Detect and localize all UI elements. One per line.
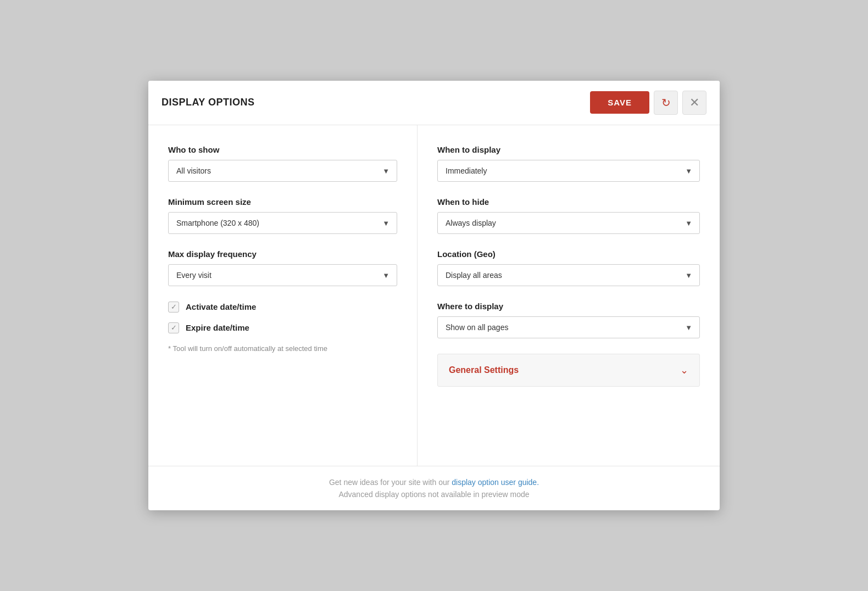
where-to-display-select-wrapper: Show on all pagesSpecific pagesExclude p… xyxy=(437,316,700,338)
close-icon: ✕ xyxy=(689,96,699,110)
max-display-freq-label: Max display frequency xyxy=(168,249,397,259)
expire-datetime-label: Expire date/time xyxy=(186,323,249,332)
when-to-display-label: When to display xyxy=(437,145,700,154)
location-geo-label: Location (Geo) xyxy=(437,249,700,259)
who-to-show-group: Who to show All visitorsNew visitorsRetu… xyxy=(168,145,397,182)
general-settings-chevron-icon: ⌄ xyxy=(680,364,688,376)
right-panel-content: When to display ImmediatelyAfter 5 secon… xyxy=(437,145,700,387)
footer-text-line2: Advanced display options not available i… xyxy=(162,488,706,500)
max-display-freq-select-wrapper: Every visitOnce per sessionOnce per dayO… xyxy=(168,264,397,286)
general-settings-bar[interactable]: General Settings ⌄ xyxy=(437,354,700,387)
when-to-hide-label: When to hide xyxy=(437,197,700,207)
when-to-display-group: When to display ImmediatelyAfter 5 secon… xyxy=(437,145,700,182)
min-screen-size-select-wrapper: Smartphone (320 x 480)Tablet (768 x 1024… xyxy=(168,212,397,234)
activate-datetime-checkmark: ✓ xyxy=(171,303,177,310)
expire-datetime-checkmark: ✓ xyxy=(171,324,177,331)
who-to-show-select-wrapper: All visitorsNew visitorsReturning visito… xyxy=(168,160,397,182)
close-button[interactable]: ✕ xyxy=(682,91,706,115)
location-geo-select[interactable]: Display all areasSpecific countriesSpeci… xyxy=(437,264,700,286)
min-screen-size-select[interactable]: Smartphone (320 x 480)Tablet (768 x 1024… xyxy=(168,212,397,234)
min-screen-size-group: Minimum screen size Smartphone (320 x 48… xyxy=(168,197,397,234)
when-to-display-select[interactable]: ImmediatelyAfter 5 secondsAfter 10 secon… xyxy=(437,160,700,182)
where-to-display-label: Where to display xyxy=(437,302,700,311)
who-to-show-label: Who to show xyxy=(168,145,397,154)
when-to-display-select-wrapper: ImmediatelyAfter 5 secondsAfter 10 secon… xyxy=(437,160,700,182)
max-display-freq-select[interactable]: Every visitOnce per sessionOnce per dayO… xyxy=(168,264,397,286)
location-geo-group: Location (Geo) Display all areasSpecific… xyxy=(437,249,700,286)
right-panel: When to display ImmediatelyAfter 5 secon… xyxy=(418,125,720,466)
when-to-hide-select-wrapper: Always displayAfter 5 secondsOn clickOn … xyxy=(437,212,700,234)
where-to-display-select[interactable]: Show on all pagesSpecific pagesExclude p… xyxy=(437,316,700,338)
who-to-show-select[interactable]: All visitorsNew visitorsReturning visito… xyxy=(168,160,397,182)
when-to-hide-select[interactable]: Always displayAfter 5 secondsOn clickOn … xyxy=(437,212,700,234)
min-screen-size-label: Minimum screen size xyxy=(168,197,397,207)
when-to-hide-group: When to hide Always displayAfter 5 secon… xyxy=(437,197,700,234)
location-geo-select-wrapper: Display all areasSpecific countriesSpeci… xyxy=(437,264,700,286)
general-settings-label: General Settings xyxy=(449,365,519,375)
refresh-icon: ↻ xyxy=(661,96,671,109)
refresh-button[interactable]: ↻ xyxy=(654,91,678,115)
display-options-modal: DISPLAY OPTIONS SAVE ↻ ✕ Who to show All… xyxy=(148,81,720,511)
activate-datetime-label: Activate date/time xyxy=(186,302,256,311)
header-actions: SAVE ↻ ✕ xyxy=(590,91,706,115)
save-button[interactable]: SAVE xyxy=(590,91,649,114)
modal-footer: Get new ideas for your site with our dis… xyxy=(148,466,720,511)
footer-text-line1: Get new ideas for your site with our dis… xyxy=(162,476,706,488)
modal-header: DISPLAY OPTIONS SAVE ↻ ✕ xyxy=(148,81,720,125)
activate-datetime-checkbox[interactable]: ✓ xyxy=(168,302,179,313)
expire-datetime-group: ✓ Expire date/time xyxy=(168,322,397,333)
expire-datetime-checkbox[interactable]: ✓ xyxy=(168,322,179,333)
modal-body: Who to show All visitorsNew visitorsRetu… xyxy=(148,125,720,466)
activate-datetime-group: ✓ Activate date/time xyxy=(168,302,397,313)
footer-user-guide-link[interactable]: display option user guide. xyxy=(452,478,539,487)
datetime-note: * Tool will turn on/off automatically at… xyxy=(168,343,397,354)
max-display-freq-group: Max display frequency Every visitOnce pe… xyxy=(168,249,397,286)
modal-title: DISPLAY OPTIONS xyxy=(162,97,255,108)
footer-text-before-link: Get new ideas for your site with our xyxy=(329,478,452,487)
where-to-display-group: Where to display Show on all pagesSpecif… xyxy=(437,302,700,338)
left-panel: Who to show All visitorsNew visitorsRetu… xyxy=(148,125,418,466)
